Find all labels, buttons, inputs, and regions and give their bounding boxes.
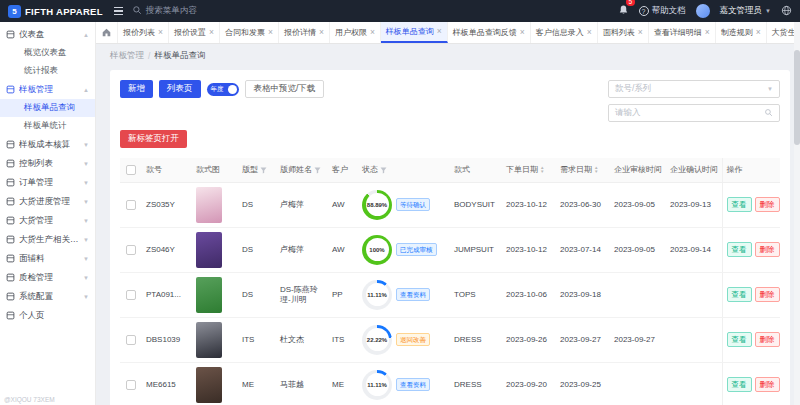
tab-item[interactable]: 大货生产进度表× — [767, 22, 794, 43]
tab-close-icon[interactable]: × — [319, 28, 324, 37]
style-series-select[interactable]: 款号/系列 ▼ — [608, 80, 780, 98]
row-checkbox[interactable] — [126, 290, 136, 300]
avatar[interactable] — [696, 4, 710, 18]
row-checkbox[interactable] — [126, 245, 136, 255]
sidebar-item-label: 大货进度管理 — [19, 196, 70, 208]
product-image[interactable] — [196, 322, 222, 358]
sidebar-item[interactable]: 个人页 — [0, 306, 95, 325]
status-cell: 22.22%退回改善 — [358, 317, 450, 362]
sidebar-item[interactable]: 质检管理▼ — [0, 268, 95, 287]
progress-value: 22.22% — [366, 328, 389, 351]
tab-close-icon[interactable]: × — [268, 28, 273, 37]
year-toggle[interactable]: 年度 — [207, 83, 239, 96]
open-new-tab-button[interactable]: 新标签页打开 — [120, 130, 187, 148]
bulk-progress-icon — [6, 197, 15, 206]
sidebar-item[interactable]: 样板成本核算▼ — [0, 135, 95, 154]
row-checkbox[interactable] — [126, 335, 136, 345]
keyword-search-input[interactable]: 请输入 — [608, 104, 780, 122]
tab-item[interactable]: 样板单品查询反馈× — [448, 22, 531, 43]
select-all-checkbox[interactable] — [126, 165, 136, 175]
actions-cell: 查看删除 — [722, 317, 780, 362]
add-button[interactable]: 新增 — [120, 80, 153, 98]
tab-close-icon[interactable]: × — [370, 28, 375, 37]
delete-button[interactable]: 删除 — [755, 287, 780, 302]
main-content: 样板管理 / 样板单品查询 新增 列表页 年度 表格中预览/下载 款号/系列 — [96, 44, 800, 405]
tab-close-icon[interactable]: × — [437, 27, 442, 36]
filter-icon[interactable] — [314, 167, 321, 174]
sidebar-subitem[interactable]: 概览仪表盘 — [0, 44, 95, 62]
tab-item[interactable]: 报价详情× — [279, 22, 330, 43]
sort-icon[interactable]: ▲▼ — [594, 166, 598, 174]
home-tab-button[interactable] — [96, 22, 118, 43]
tab-close-icon[interactable]: × — [209, 28, 214, 37]
tab-item[interactable]: 样板单品查询× — [381, 22, 448, 43]
style-no-cell: PTA091... — [142, 272, 192, 317]
status-badge: 退回改善 — [396, 333, 430, 346]
view-button[interactable]: 查看 — [727, 332, 752, 347]
list-view-button[interactable]: 列表页 — [159, 80, 201, 98]
sidebar-item[interactable]: 仪表盘▲ — [0, 25, 95, 44]
delete-button[interactable]: 删除 — [755, 377, 780, 392]
product-image[interactable] — [196, 277, 222, 313]
view-button[interactable]: 查看 — [727, 197, 752, 212]
tab-close-icon[interactable]: × — [520, 28, 525, 37]
sidebar-item[interactable]: 订单管理▼ — [0, 173, 95, 192]
view-button[interactable]: 查看 — [727, 377, 752, 392]
pattern-cell: DS — [238, 272, 276, 317]
top-search-placeholder: 搜索菜单内容 — [146, 5, 197, 17]
chevron-down-icon: ▼ — [83, 180, 89, 186]
delete-button[interactable]: 删除 — [755, 197, 780, 212]
sidebar-item[interactable]: 控制列表▼ — [0, 154, 95, 173]
sidebar-item[interactable]: 大货管理▼ — [0, 211, 95, 230]
sidebar-item[interactable]: 系统配置▼ — [0, 287, 95, 306]
breadcrumb-parent[interactable]: 样板管理 — [110, 50, 144, 62]
tab-item[interactable]: 报价列表× — [118, 22, 169, 43]
language-globe-icon[interactable] — [781, 2, 792, 20]
tab-item[interactable]: 制造规则× — [716, 22, 767, 43]
filter-icon[interactable] — [260, 167, 267, 174]
sidebar-item[interactable]: 大货进度管理▼ — [0, 192, 95, 211]
row-checkbox[interactable] — [126, 200, 136, 210]
help-button[interactable]: ? 帮助文档 — [639, 5, 686, 17]
filter-icon[interactable] — [380, 167, 387, 174]
sidebar-subitem[interactable]: 统计报表 — [0, 62, 95, 80]
tab-item[interactable]: 查看详细明细× — [649, 22, 716, 43]
scrollbar-thumb[interactable] — [794, 50, 800, 145]
sidebar-subitem[interactable]: 样板单品查询 — [0, 99, 95, 117]
sidebar-item[interactable]: 面辅料▼ — [0, 249, 95, 268]
delete-button[interactable]: 删除 — [755, 242, 780, 257]
status-wrap: 11.11%查看资料 — [362, 370, 446, 400]
product-image[interactable] — [196, 187, 222, 223]
tab-close-icon[interactable]: × — [756, 28, 761, 37]
tab-close-icon[interactable]: × — [158, 28, 163, 37]
vertical-scrollbar[interactable] — [794, 22, 800, 405]
sidebar-item[interactable]: 大货生产相关配置▼ — [0, 230, 95, 249]
sort-icon[interactable]: ▲▼ — [540, 166, 544, 174]
tab-item[interactable]: 用户权限× — [330, 22, 381, 43]
style-cell: DRESS — [450, 362, 502, 405]
sidebar-item[interactable]: 样板管理▲ — [0, 80, 95, 99]
product-image[interactable] — [196, 232, 222, 268]
tab-item[interactable]: 面料列表× — [598, 22, 649, 43]
view-button[interactable]: 查看 — [727, 242, 752, 257]
row-checkbox[interactable] — [126, 380, 136, 390]
menu-toggle-icon[interactable] — [114, 7, 123, 15]
qc-icon — [6, 273, 15, 282]
column-label: 款式图 — [196, 165, 220, 174]
tab-close-icon[interactable]: × — [638, 28, 643, 37]
tab-item[interactable]: 合同和发票× — [220, 22, 279, 43]
sidebar-subitem[interactable]: 样板单统计 — [0, 117, 95, 135]
product-image[interactable] — [196, 367, 222, 403]
tab-close-icon[interactable]: × — [587, 28, 592, 37]
pattern-cell: ITS — [238, 317, 276, 362]
preview-download-button[interactable]: 表格中预览/下载 — [245, 80, 325, 98]
tab-item[interactable]: 报价设置× — [169, 22, 220, 43]
status-wrap: 22.22%退回改善 — [362, 325, 446, 355]
notifications-button[interactable]: 5 — [618, 2, 629, 20]
tab-close-icon[interactable]: × — [705, 28, 710, 37]
view-button[interactable]: 查看 — [727, 287, 752, 302]
user-menu[interactable]: 嘉文管理员 ▼ — [720, 5, 771, 17]
top-search[interactable]: 搜索菜单内容 — [132, 5, 197, 17]
tab-item[interactable]: 客户信息录入× — [531, 22, 598, 43]
delete-button[interactable]: 删除 — [755, 332, 780, 347]
